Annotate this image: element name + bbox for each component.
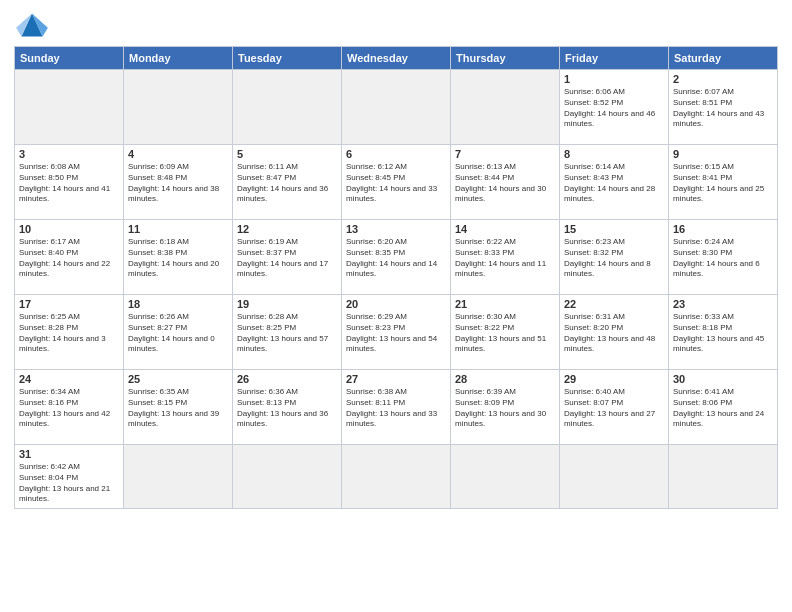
calendar-cell: 27Sunrise: 6:38 AM Sunset: 8:11 PM Dayli… <box>342 370 451 445</box>
calendar-cell: 1Sunrise: 6:06 AM Sunset: 8:52 PM Daylig… <box>560 70 669 145</box>
day-info: Sunrise: 6:23 AM Sunset: 8:32 PM Dayligh… <box>564 237 664 280</box>
day-number: 29 <box>564 373 664 385</box>
day-info: Sunrise: 6:12 AM Sunset: 8:45 PM Dayligh… <box>346 162 446 205</box>
calendar-cell: 17Sunrise: 6:25 AM Sunset: 8:28 PM Dayli… <box>15 295 124 370</box>
calendar-cell: 31Sunrise: 6:42 AM Sunset: 8:04 PM Dayli… <box>15 445 124 509</box>
day-info: Sunrise: 6:24 AM Sunset: 8:30 PM Dayligh… <box>673 237 773 280</box>
day-number: 14 <box>455 223 555 235</box>
calendar-cell: 29Sunrise: 6:40 AM Sunset: 8:07 PM Dayli… <box>560 370 669 445</box>
day-info: Sunrise: 6:14 AM Sunset: 8:43 PM Dayligh… <box>564 162 664 205</box>
calendar-cell: 25Sunrise: 6:35 AM Sunset: 8:15 PM Dayli… <box>124 370 233 445</box>
col-header-wednesday: Wednesday <box>342 47 451 70</box>
day-info: Sunrise: 6:35 AM Sunset: 8:15 PM Dayligh… <box>128 387 228 430</box>
day-number: 12 <box>237 223 337 235</box>
calendar-cell <box>342 445 451 509</box>
day-info: Sunrise: 6:06 AM Sunset: 8:52 PM Dayligh… <box>564 87 664 130</box>
calendar-cell: 6Sunrise: 6:12 AM Sunset: 8:45 PM Daylig… <box>342 145 451 220</box>
col-header-sunday: Sunday <box>15 47 124 70</box>
calendar-cell: 26Sunrise: 6:36 AM Sunset: 8:13 PM Dayli… <box>233 370 342 445</box>
day-number: 22 <box>564 298 664 310</box>
day-number: 24 <box>19 373 119 385</box>
col-header-monday: Monday <box>124 47 233 70</box>
day-info: Sunrise: 6:25 AM Sunset: 8:28 PM Dayligh… <box>19 312 119 355</box>
calendar-cell: 10Sunrise: 6:17 AM Sunset: 8:40 PM Dayli… <box>15 220 124 295</box>
calendar-cell: 16Sunrise: 6:24 AM Sunset: 8:30 PM Dayli… <box>669 220 778 295</box>
calendar-cell: 3Sunrise: 6:08 AM Sunset: 8:50 PM Daylig… <box>15 145 124 220</box>
calendar-cell: 20Sunrise: 6:29 AM Sunset: 8:23 PM Dayli… <box>342 295 451 370</box>
day-number: 15 <box>564 223 664 235</box>
calendar-table: SundayMondayTuesdayWednesdayThursdayFrid… <box>14 46 778 509</box>
day-info: Sunrise: 6:19 AM Sunset: 8:37 PM Dayligh… <box>237 237 337 280</box>
calendar-cell: 11Sunrise: 6:18 AM Sunset: 8:38 PM Dayli… <box>124 220 233 295</box>
day-number: 31 <box>19 448 119 460</box>
day-number: 13 <box>346 223 446 235</box>
day-info: Sunrise: 6:18 AM Sunset: 8:38 PM Dayligh… <box>128 237 228 280</box>
calendar-cell <box>669 445 778 509</box>
day-number: 16 <box>673 223 773 235</box>
calendar-cell <box>124 70 233 145</box>
calendar-cell <box>15 70 124 145</box>
day-info: Sunrise: 6:28 AM Sunset: 8:25 PM Dayligh… <box>237 312 337 355</box>
day-info: Sunrise: 6:15 AM Sunset: 8:41 PM Dayligh… <box>673 162 773 205</box>
calendar-cell: 12Sunrise: 6:19 AM Sunset: 8:37 PM Dayli… <box>233 220 342 295</box>
calendar-cell <box>451 445 560 509</box>
calendar-cell <box>342 70 451 145</box>
header <box>14 10 778 40</box>
calendar-cell: 24Sunrise: 6:34 AM Sunset: 8:16 PM Dayli… <box>15 370 124 445</box>
day-info: Sunrise: 6:36 AM Sunset: 8:13 PM Dayligh… <box>237 387 337 430</box>
day-info: Sunrise: 6:22 AM Sunset: 8:33 PM Dayligh… <box>455 237 555 280</box>
day-number: 1 <box>564 73 664 85</box>
calendar-cell <box>451 70 560 145</box>
calendar-cell: 9Sunrise: 6:15 AM Sunset: 8:41 PM Daylig… <box>669 145 778 220</box>
calendar-cell: 13Sunrise: 6:20 AM Sunset: 8:35 PM Dayli… <box>342 220 451 295</box>
logo <box>14 10 54 40</box>
day-info: Sunrise: 6:40 AM Sunset: 8:07 PM Dayligh… <box>564 387 664 430</box>
day-info: Sunrise: 6:42 AM Sunset: 8:04 PM Dayligh… <box>19 462 119 505</box>
col-header-tuesday: Tuesday <box>233 47 342 70</box>
calendar-cell: 4Sunrise: 6:09 AM Sunset: 8:48 PM Daylig… <box>124 145 233 220</box>
day-number: 2 <box>673 73 773 85</box>
day-info: Sunrise: 6:07 AM Sunset: 8:51 PM Dayligh… <box>673 87 773 130</box>
day-info: Sunrise: 6:17 AM Sunset: 8:40 PM Dayligh… <box>19 237 119 280</box>
day-info: Sunrise: 6:13 AM Sunset: 8:44 PM Dayligh… <box>455 162 555 205</box>
calendar-cell: 8Sunrise: 6:14 AM Sunset: 8:43 PM Daylig… <box>560 145 669 220</box>
day-number: 18 <box>128 298 228 310</box>
day-number: 5 <box>237 148 337 160</box>
day-info: Sunrise: 6:41 AM Sunset: 8:06 PM Dayligh… <box>673 387 773 430</box>
day-info: Sunrise: 6:38 AM Sunset: 8:11 PM Dayligh… <box>346 387 446 430</box>
calendar-cell: 21Sunrise: 6:30 AM Sunset: 8:22 PM Dayli… <box>451 295 560 370</box>
day-info: Sunrise: 6:11 AM Sunset: 8:47 PM Dayligh… <box>237 162 337 205</box>
calendar-cell: 22Sunrise: 6:31 AM Sunset: 8:20 PM Dayli… <box>560 295 669 370</box>
day-number: 11 <box>128 223 228 235</box>
day-info: Sunrise: 6:29 AM Sunset: 8:23 PM Dayligh… <box>346 312 446 355</box>
day-number: 9 <box>673 148 773 160</box>
day-number: 30 <box>673 373 773 385</box>
day-info: Sunrise: 6:31 AM Sunset: 8:20 PM Dayligh… <box>564 312 664 355</box>
day-number: 3 <box>19 148 119 160</box>
day-info: Sunrise: 6:34 AM Sunset: 8:16 PM Dayligh… <box>19 387 119 430</box>
col-header-friday: Friday <box>560 47 669 70</box>
calendar-cell <box>233 70 342 145</box>
day-number: 17 <box>19 298 119 310</box>
day-info: Sunrise: 6:20 AM Sunset: 8:35 PM Dayligh… <box>346 237 446 280</box>
day-info: Sunrise: 6:39 AM Sunset: 8:09 PM Dayligh… <box>455 387 555 430</box>
day-number: 28 <box>455 373 555 385</box>
day-number: 25 <box>128 373 228 385</box>
day-info: Sunrise: 6:26 AM Sunset: 8:27 PM Dayligh… <box>128 312 228 355</box>
calendar-cell <box>560 445 669 509</box>
day-number: 27 <box>346 373 446 385</box>
day-info: Sunrise: 6:30 AM Sunset: 8:22 PM Dayligh… <box>455 312 555 355</box>
calendar-page: SundayMondayTuesdayWednesdayThursdayFrid… <box>0 0 792 612</box>
day-number: 21 <box>455 298 555 310</box>
calendar-cell <box>233 445 342 509</box>
day-info: Sunrise: 6:33 AM Sunset: 8:18 PM Dayligh… <box>673 312 773 355</box>
day-number: 8 <box>564 148 664 160</box>
calendar-cell: 23Sunrise: 6:33 AM Sunset: 8:18 PM Dayli… <box>669 295 778 370</box>
calendar-cell: 18Sunrise: 6:26 AM Sunset: 8:27 PM Dayli… <box>124 295 233 370</box>
col-header-saturday: Saturday <box>669 47 778 70</box>
day-number: 10 <box>19 223 119 235</box>
calendar-cell: 28Sunrise: 6:39 AM Sunset: 8:09 PM Dayli… <box>451 370 560 445</box>
day-number: 4 <box>128 148 228 160</box>
logo-icon <box>14 10 50 40</box>
day-number: 23 <box>673 298 773 310</box>
